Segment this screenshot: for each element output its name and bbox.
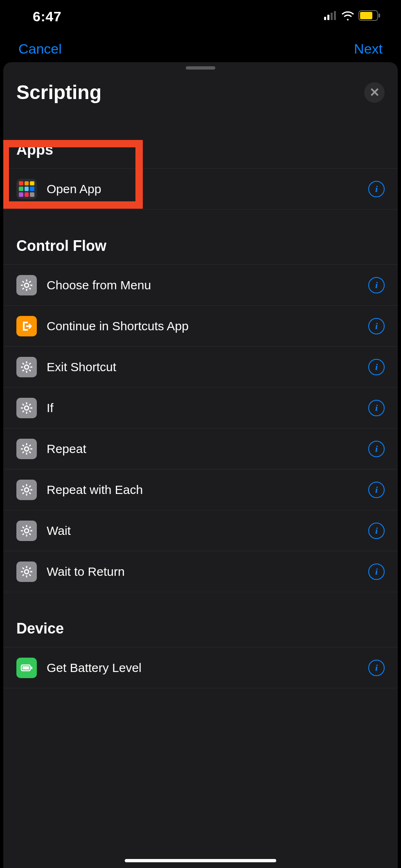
svg-line-66 bbox=[23, 568, 24, 569]
row-label: If bbox=[47, 401, 368, 415]
svg-line-13 bbox=[29, 288, 31, 289]
svg-line-49 bbox=[29, 492, 31, 494]
row-wait[interactable]: Wait i bbox=[3, 510, 398, 551]
svg-line-42 bbox=[23, 451, 24, 453]
apps-list: Open App i bbox=[3, 168, 398, 210]
sheet-header: Scripting ✕ bbox=[3, 70, 398, 104]
gear-icon bbox=[16, 561, 37, 582]
row-battery-level[interactable]: Get Battery Level i bbox=[3, 647, 398, 688]
svg-point-16 bbox=[25, 365, 29, 369]
gear-icon bbox=[16, 398, 37, 418]
svg-line-40 bbox=[29, 451, 31, 453]
app-grid-icon bbox=[16, 179, 37, 199]
svg-line-51 bbox=[23, 492, 24, 494]
gear-icon bbox=[16, 521, 37, 541]
svg-rect-3 bbox=[334, 11, 336, 20]
svg-line-60 bbox=[23, 533, 24, 535]
svg-line-48 bbox=[23, 486, 24, 487]
svg-point-43 bbox=[25, 488, 29, 492]
svg-line-33 bbox=[23, 410, 24, 412]
row-if[interactable]: If i bbox=[3, 388, 398, 428]
gear-icon bbox=[16, 357, 37, 377]
svg-rect-6 bbox=[378, 14, 380, 18]
info-button[interactable]: i bbox=[368, 181, 385, 197]
svg-point-25 bbox=[25, 406, 29, 410]
info-button[interactable]: i bbox=[368, 564, 385, 580]
row-label: Exit Shortcut bbox=[47, 360, 368, 374]
gear-icon bbox=[16, 480, 37, 500]
row-label: Wait bbox=[47, 524, 368, 538]
svg-rect-2 bbox=[331, 13, 333, 20]
svg-line-67 bbox=[29, 574, 31, 576]
svg-line-14 bbox=[29, 281, 31, 283]
home-indicator[interactable] bbox=[125, 859, 276, 862]
svg-rect-0 bbox=[324, 17, 326, 20]
row-continue-shortcuts[interactable]: Continue in Shortcuts App i bbox=[3, 306, 398, 347]
battery-icon bbox=[16, 658, 37, 678]
row-open-app[interactable]: Open App i bbox=[3, 169, 398, 210]
device-list: Get Battery Level i bbox=[3, 647, 398, 688]
info-button[interactable]: i bbox=[368, 359, 385, 375]
info-button[interactable]: i bbox=[368, 318, 385, 334]
gear-icon bbox=[16, 439, 37, 459]
svg-point-61 bbox=[25, 570, 29, 574]
svg-line-57 bbox=[23, 527, 24, 528]
svg-rect-5 bbox=[360, 12, 372, 19]
close-icon: ✕ bbox=[369, 86, 380, 99]
row-wait-return[interactable]: Wait to Return i bbox=[3, 551, 398, 592]
exit-icon bbox=[16, 316, 37, 336]
row-label: Repeat bbox=[47, 442, 368, 456]
info-button[interactable]: i bbox=[368, 441, 385, 457]
section-title-apps: Apps bbox=[3, 141, 398, 158]
status-time: 6:47 bbox=[33, 9, 61, 25]
svg-line-15 bbox=[23, 288, 24, 289]
gear-icon bbox=[16, 275, 37, 295]
svg-rect-1 bbox=[327, 15, 329, 20]
svg-line-68 bbox=[29, 568, 31, 569]
row-exit-shortcut[interactable]: Exit Shortcut i bbox=[3, 347, 398, 388]
row-repeat[interactable]: Repeat i bbox=[3, 428, 398, 469]
row-label: Choose from Menu bbox=[47, 278, 368, 292]
row-label: Open App bbox=[47, 182, 368, 196]
svg-line-32 bbox=[29, 404, 31, 406]
close-button[interactable]: ✕ bbox=[364, 82, 385, 103]
info-button[interactable]: i bbox=[368, 400, 385, 416]
svg-rect-72 bbox=[23, 666, 29, 670]
row-choose-from-menu[interactable]: Choose from Menu i bbox=[3, 265, 398, 306]
section-title-device: Device bbox=[3, 620, 398, 637]
svg-rect-71 bbox=[31, 667, 32, 669]
info-button[interactable]: i bbox=[368, 277, 385, 293]
svg-line-12 bbox=[23, 281, 24, 283]
control-flow-list: Choose from Menu i Continue in Shortcuts… bbox=[3, 264, 398, 592]
svg-line-41 bbox=[29, 445, 31, 446]
svg-line-23 bbox=[29, 363, 31, 365]
info-button[interactable]: i bbox=[368, 523, 385, 539]
svg-line-22 bbox=[29, 370, 31, 371]
info-button[interactable]: i bbox=[368, 660, 385, 676]
row-repeat-each[interactable]: Repeat with Each i bbox=[3, 469, 398, 510]
svg-line-31 bbox=[29, 410, 31, 412]
status-indicators bbox=[324, 10, 381, 23]
cellular-icon bbox=[324, 11, 337, 22]
sheet-handle[interactable] bbox=[186, 66, 215, 70]
svg-line-21 bbox=[23, 363, 24, 365]
svg-line-50 bbox=[29, 486, 31, 487]
svg-line-69 bbox=[23, 574, 24, 576]
action-sheet: Scripting ✕ Apps Open App i Control Flow bbox=[3, 62, 398, 868]
svg-line-30 bbox=[23, 404, 24, 406]
row-label: Get Battery Level bbox=[47, 661, 368, 675]
svg-point-7 bbox=[25, 283, 29, 287]
row-label: Continue in Shortcuts App bbox=[47, 319, 368, 333]
section-title-control-flow: Control Flow bbox=[3, 237, 398, 255]
wifi-icon bbox=[341, 11, 354, 22]
svg-point-34 bbox=[25, 447, 29, 451]
svg-line-24 bbox=[23, 370, 24, 371]
svg-line-59 bbox=[29, 527, 31, 528]
info-button[interactable]: i bbox=[368, 482, 385, 498]
battery-icon bbox=[358, 10, 381, 23]
row-label: Wait to Return bbox=[47, 565, 368, 579]
svg-point-52 bbox=[25, 529, 29, 533]
row-label: Repeat with Each bbox=[47, 483, 368, 497]
svg-line-58 bbox=[29, 533, 31, 535]
sheet-title: Scripting bbox=[16, 81, 101, 104]
